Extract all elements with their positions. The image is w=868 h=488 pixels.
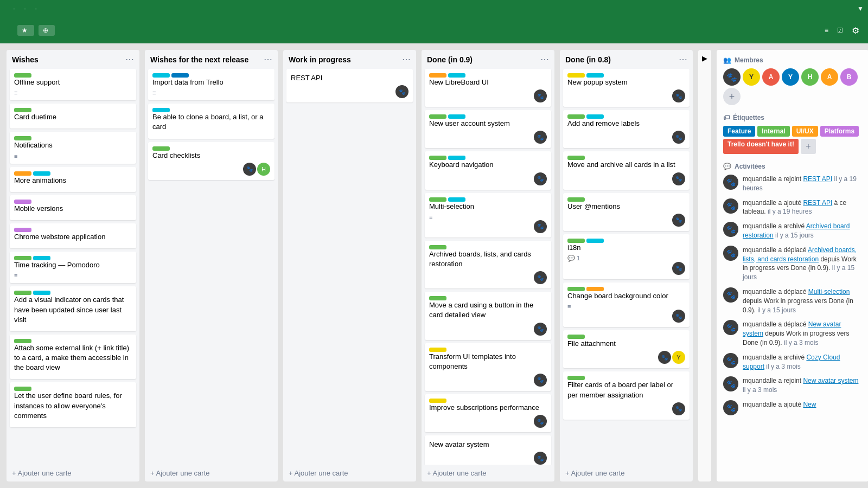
card-label-cyan [448,156,465,160]
list-menu-btn-wip[interactable]: ⋯ [402,54,411,65]
label-tag-l3[interactable]: UI/UX [792,126,818,137]
card-w8[interactable]: Add a visual indicator on cards that hav… [10,286,136,331]
public-button[interactable]: ⊕ [39,25,55,36]
list-icon: ≡ [14,272,17,279]
card-labels-d93 [429,156,547,160]
card-wn2[interactable]: Be able to clone a board, a list, or a c… [148,104,275,138]
card-avatars-d96: 🐾 [429,323,547,336]
list-title-wip: Work in progress [289,55,351,64]
card-d91[interactable]: New LibreBoard UI🐾 [425,69,551,107]
card-title-w4: More animations [14,176,132,185]
add-card-button-done08[interactable]: + Ajouter une carte [560,465,693,481]
card-d85[interactable]: i18n💬 1🐾 [563,234,690,279]
card-w9[interactable]: Attach some external link (+ link title)… [10,335,136,380]
card-d81[interactable]: New popup system🐾 [563,69,690,107]
list-wip: Work in progress⋯REST API🐾+ Ajouter une … [283,50,416,481]
member-avatar-m4[interactable]: H [801,68,819,86]
card-w7[interactable]: Time tracking — Pomodoro≡ [10,252,136,283]
card-w1[interactable]: Offline support≡ [10,69,136,100]
card-d82[interactable]: Add and remove labels🐾 [563,110,690,148]
card-w4[interactable]: More animations [10,167,136,192]
card-d84[interactable]: User @mentions🐾 [563,193,690,231]
card-d99[interactable]: New avatar system🐾 [425,435,551,465]
card-avatars-d84: 🐾 [567,214,685,227]
card-w2[interactable]: Card duetime [10,104,136,129]
add-card-button-wishes-next[interactable]: + Ajouter une carte [145,465,278,481]
card-w10[interactable]: Let the user define board rules, for ins… [10,382,136,427]
list-menu-btn-done08[interactable]: ⋯ [679,54,687,65]
multiselect-icon: ☑ [837,27,843,34]
card-d92[interactable]: New user account system🐾 [425,110,551,148]
card-avatars-d95: 🐾 [429,271,547,284]
card-title-w8: Add a visual indicator on cards that hav… [14,295,132,325]
card-d96[interactable]: Move a card using a button in the card d… [425,292,551,339]
activity-link-a5[interactable]: Multi-selection [808,288,850,296]
card-avatars-wip1: 🐾 [291,85,409,98]
card-label-cyan [152,108,170,112]
card-d98[interactable]: Improve subscriptions performance🐾 [425,394,551,432]
card-labels-d86 [567,287,685,291]
card-label-orange [14,171,31,176]
label-tag-l4[interactable]: Platforms [820,126,859,137]
card-w6[interactable]: Chrome webstore application [10,223,136,248]
filter-button[interactable]: ≡ [825,27,831,34]
card-d88[interactable]: Filter cards of a board per label or per… [563,371,690,419]
activity-link-a8[interactable]: New avatar system [803,377,858,384]
add-member-button[interactable]: + [723,88,741,105]
avatar: 🐾 [534,271,547,284]
card-icons-d86: ≡ [567,303,685,310]
card-title-w9: Attach some external link (+ link title)… [14,343,132,373]
card-d86[interactable]: Change board background color≡🐾 [563,282,690,327]
list-title-wishes: Wishes [12,55,39,64]
card-wn3[interactable]: Card checklists🐾H [148,142,275,180]
card-d97[interactable]: Transform UI templates into components🐾 [425,343,551,391]
card-wip1[interactable]: REST API🐾 [286,69,413,102]
multi-selection-button[interactable]: ☑ [837,27,845,34]
card-d93[interactable]: Keyboard navigation🐾 [425,151,551,189]
list-menu-btn-done09[interactable]: ⋯ [540,54,549,65]
member-avatar-m1[interactable]: Y [743,68,760,86]
member-avatar-m5[interactable]: A [821,68,838,86]
label-tag-l2[interactable]: Internal [757,126,789,137]
nav-right: ▼ [857,5,864,12]
add-card-button-done09[interactable]: + Ajouter une carte [422,465,554,481]
sidebar-toggle[interactable]: ▶ [698,50,711,481]
card-d83[interactable]: Move and archive all cards in a list🐾 [563,151,690,189]
avatar: 🐾 [672,262,685,275]
activity-link-a9[interactable]: New [803,401,816,408]
card-d87[interactable]: File attachment🐾Y [563,330,690,368]
add-card-button-wishes[interactable]: + Ajouter une carte [7,465,139,481]
list-menu-btn-wishes-next[interactable]: ⋯ [264,54,272,65]
card-avatars-d83: 🐾 [567,172,685,185]
card-w5[interactable]: Mobile versions [10,195,136,220]
member-avatar-m6[interactable]: B [840,68,858,86]
card-label-green [14,291,31,295]
card-w3[interactable]: Notifications≡ [10,132,136,163]
activity-link-a2[interactable]: REST API [803,199,832,207]
card-label-green [14,339,31,343]
activity-link-a1[interactable]: REST API [803,175,832,183]
board-area: Wishes⋯Offline support≡Card duetimeNotif… [0,43,868,488]
card-title-d97: Transform UI templates into components [429,352,547,371]
member-avatar-m3[interactable]: Y [782,68,799,86]
add-label-button[interactable]: + [801,139,816,154]
list-icon: ≡ [567,303,571,310]
card-label-cyan [448,73,465,78]
card-icons-d85: 💬 1 [567,255,685,262]
user-menu[interactable]: ▼ [857,5,864,12]
settings-button[interactable]: ⚙ [852,25,859,36]
card-wn1[interactable]: Import data from Trello≡ [148,69,275,100]
card-title-wip1: REST API [291,73,409,83]
card-d94[interactable]: Multi-selection≡🐾 [425,193,551,237]
label-tag-l1[interactable]: Feature [723,126,755,137]
activity-item-a2: 🐾mquandalle a ajouté REST API à ce table… [723,198,862,217]
member-avatar-raccoon[interactable]: 🐾 [723,68,741,86]
stars-button[interactable]: ★ [17,25,34,36]
card-d95[interactable]: Archived boards, lists, and cards restor… [425,241,551,288]
list-menu-btn-wishes[interactable]: ⋯ [125,54,134,65]
add-card-button-wip[interactable]: + Ajouter une carte [283,465,416,481]
member-avatar-m2[interactable]: A [762,68,780,86]
card-labels-d84 [567,197,685,202]
card-label-yellow [429,348,446,352]
label-tag-l5[interactable]: Trello doesn't have it! [723,139,799,154]
